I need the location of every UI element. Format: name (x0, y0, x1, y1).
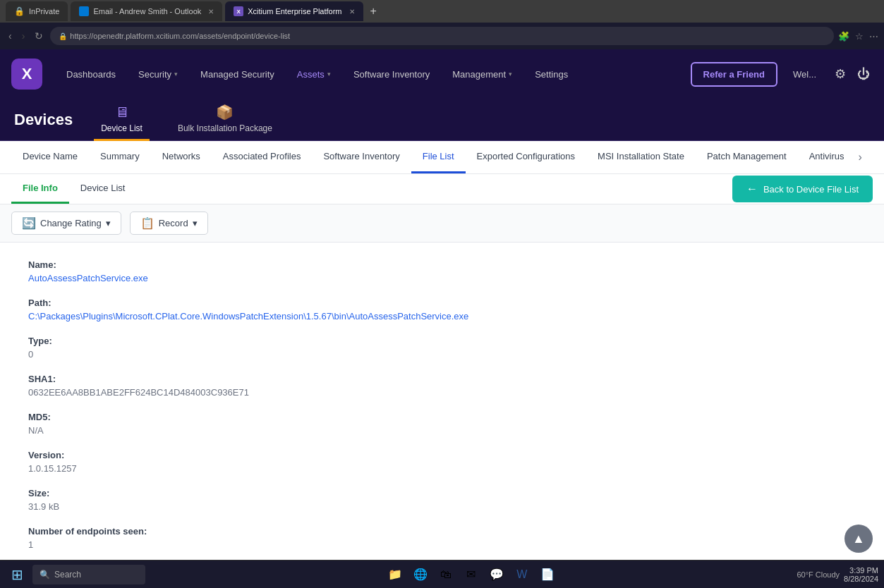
sec-nav-device-list[interactable]: 🖥 Device List (94, 99, 150, 141)
browser-tabs-bar: 🔒 InPrivate Email - Andrew Smith - Outlo… (0, 0, 884, 23)
tab-networks[interactable]: Networks (151, 141, 212, 173)
field-sha1: SHA1: 0632EE6AA8BB1ABE2FF624BC14D484003C… (28, 374, 856, 398)
new-tab-button[interactable]: + (366, 5, 381, 18)
chevron-down-icon: ▾ (509, 71, 512, 78)
tab-close-icon[interactable]: ✕ (349, 8, 355, 16)
tab-associated-profiles[interactable]: Associated Profiles (212, 141, 313, 173)
system-clock: 3:39 PM 8/28/2024 (844, 566, 878, 583)
taskbar-icon-files[interactable]: 📁 (385, 565, 405, 584)
size-label: Size: (28, 488, 856, 498)
action-toolbar: 🔄 Change Rating ▾ 📋 Record ▾ (0, 204, 884, 243)
browser-action-icons: 🧩 ☆ ⋯ (838, 31, 878, 42)
tab-xcitium[interactable]: X Xcitium Enterprise Platform ✕ (225, 1, 363, 21)
tab-summary[interactable]: Summary (89, 141, 151, 173)
temperature: 60°F Cloudy (797, 570, 840, 579)
endpoints-label: Number of endpoints seen: (28, 526, 856, 537)
taskbar-pinned-icons: 📁 🌐 🛍 ✉ 💬 W 📄 (150, 565, 792, 584)
tab-software-inventory[interactable]: Software Inventory (312, 141, 411, 173)
nav-label: Settings (535, 69, 568, 80)
lock-icon: 🔒 (59, 32, 67, 40)
settings-icon[interactable]: ⚙ (832, 63, 849, 85)
tab-close-icon[interactable]: ✕ (208, 8, 214, 16)
windows-taskbar: ⊞ 🔍 Search 📁 🌐 🛍 ✉ 💬 W 📄 60°F Cloudy 3:3… (0, 560, 884, 588)
taskbar-search[interactable]: 🔍 Search (32, 565, 145, 584)
taskbar-icon-edge[interactable]: 🌐 (411, 565, 430, 584)
sec-nav-label: Device List (101, 123, 143, 133)
taskbar-icon-teams[interactable]: 💬 (487, 565, 507, 584)
tab-device-name[interactable]: Device Name (11, 141, 89, 173)
field-type: Type: 0 (28, 336, 856, 360)
address-text: https://openedtr.platform.xcitium.com/as… (70, 32, 290, 40)
search-icon: 🔍 (40, 570, 50, 580)
start-button[interactable]: ⊞ (6, 563, 28, 586)
nav-label: Assets (297, 69, 325, 80)
record-dropdown-arrow: ▾ (193, 218, 198, 228)
md5-label: MD5: (28, 412, 856, 422)
back-nav-icon[interactable]: ‹ (6, 29, 15, 43)
refer-friend-button[interactable]: Refer a Friend (691, 62, 777, 87)
taskbar-icon-store[interactable]: 🛍 (436, 565, 456, 584)
type-label: Type: (28, 336, 856, 346)
nav-item-software-inventory[interactable]: Software Inventory (344, 63, 440, 85)
nav-item-settings[interactable]: Settings (525, 63, 578, 85)
refresh-icon[interactable]: ↻ (32, 29, 46, 43)
record-icon: 📋 (140, 216, 155, 230)
sub-tab-file-info[interactable]: File Info (11, 174, 69, 204)
logout-icon[interactable]: ⏻ (854, 64, 873, 85)
field-version: Version: 1.0.15.1257 (28, 450, 856, 474)
date-display: 8/28/2024 (844, 575, 878, 583)
nav-welcome[interactable]: Wel... (783, 63, 826, 85)
tab-antivirus[interactable]: Antivirus (798, 141, 856, 173)
nav-item-security[interactable]: Security ▾ (128, 63, 188, 85)
nav-item-managed-security[interactable]: Managed Security (190, 63, 284, 85)
tab-patch-management[interactable]: Patch Management (696, 141, 798, 173)
nav-item-management[interactable]: Management ▾ (442, 63, 522, 85)
scroll-to-top-button[interactable]: ▲ (844, 525, 873, 553)
nav-item-assets[interactable]: Assets ▾ (287, 63, 341, 85)
path-label: Path: (28, 298, 856, 308)
nav-label: Dashboards (66, 69, 116, 80)
favorites-icon[interactable]: ☆ (855, 31, 864, 42)
back-button-label: Back to Device File List (763, 184, 859, 195)
email-favicon (79, 6, 89, 16)
size-value: 31.9 kB (28, 501, 856, 512)
endpoints-value: 1 (28, 539, 856, 550)
tab-msi-installation-state[interactable]: MSI Installation State (586, 141, 696, 173)
tab-file-list[interactable]: File List (411, 141, 466, 173)
file-info-content: Name: AutoAssessPatchService.exe Path: C… (0, 243, 884, 560)
record-button[interactable]: 📋 Record ▾ (130, 212, 208, 235)
chevron-down-icon: ▾ (327, 71, 331, 78)
sha1-value: 0632EE6AA8BB1ABE2FF624BC14D484003C936E71 (28, 387, 856, 398)
nav-label: Security (138, 69, 171, 80)
weather-widget: 60°F Cloudy (797, 570, 840, 579)
tabs-more-arrow[interactable]: › (856, 151, 865, 164)
change-rating-button[interactable]: 🔄 Change Rating ▾ (11, 212, 121, 235)
tab-exported-configurations[interactable]: Exported Configurations (466, 141, 586, 173)
tab-email[interactable]: Email - Andrew Smith - Outlook ✕ (71, 1, 222, 21)
section-title: Devices (14, 111, 73, 129)
secondary-navigation: Devices 🖥 Device List 📦 Bulk Installatio… (0, 99, 884, 141)
name-value: AutoAssessPatchService.exe (28, 273, 856, 283)
type-value: 0 (28, 349, 856, 360)
nav-right-actions: Refer a Friend Wel... ⚙ ⏻ (691, 62, 873, 87)
taskbar-icon-pdf[interactable]: 📄 (538, 565, 557, 584)
nav-item-dashboards[interactable]: Dashboards (56, 63, 126, 85)
top-navigation: X Dashboards Security ▾ Managed Security… (0, 49, 884, 99)
forward-nav-icon[interactable]: › (19, 29, 28, 43)
browser-menu-icon[interactable]: ⋯ (869, 31, 878, 42)
field-md5: MD5: N/A (28, 412, 856, 436)
time-display: 3:39 PM (844, 566, 878, 575)
back-to-file-list-button[interactable]: ← Back to Device File List (732, 176, 873, 202)
taskbar-system-tray: 60°F Cloudy 3:39 PM 8/28/2024 (797, 566, 878, 583)
address-bar[interactable]: 🔒 https://openedtr.platform.xcitium.com/… (50, 27, 834, 45)
inprivate-icon: 🔒 (14, 6, 25, 16)
extensions-icon[interactable]: 🧩 (838, 31, 849, 42)
field-path: Path: C:\Packages\Plugins\Microsoft.CPla… (28, 298, 856, 321)
taskbar-icon-mail[interactable]: ✉ (461, 565, 481, 584)
app-logo[interactable]: X (11, 59, 42, 90)
taskbar-icon-word[interactable]: W (512, 565, 532, 584)
version-label: Version: (28, 450, 856, 460)
sub-tab-device-list[interactable]: Device List (69, 174, 137, 204)
tab-inprivate[interactable]: 🔒 InPrivate (6, 1, 68, 21)
sec-nav-bulk-install[interactable]: 📦 Bulk Installation Package (171, 98, 279, 141)
